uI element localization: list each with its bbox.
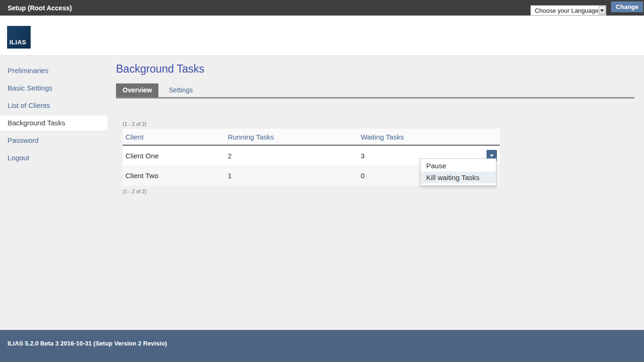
sidebar-item-logout[interactable]: Logout bbox=[0, 150, 107, 165]
topbar: Setup (Root Access) Choose your Language… bbox=[0, 0, 644, 16]
cell-client-name: Client Two bbox=[123, 165, 225, 186]
column-header-actions bbox=[481, 129, 500, 145]
ilias-logo-text: ILIAS bbox=[7, 39, 26, 49]
content-area: Preliminaries Basic Settings List of Cli… bbox=[0, 56, 644, 330]
cell-running-tasks: 2 bbox=[225, 145, 358, 165]
header: ILIAS bbox=[0, 16, 644, 56]
main-panel: Background Tasks Overview Settings (1 - … bbox=[116, 56, 635, 194]
change-language-button[interactable]: Change bbox=[611, 1, 643, 12]
row-actions-dropdown-menu: Pause Kill waiting Tasks bbox=[420, 158, 496, 186]
language-select[interactable]: Choose your Language bbox=[530, 5, 606, 16]
footer-version-text: ILIAS 5.2.0 Beta 3 2016-10-31 (Setup Ver… bbox=[0, 330, 644, 347]
chevron-down-icon bbox=[490, 155, 494, 157]
sidebar-item-list-of-clients[interactable]: List of Clients bbox=[0, 98, 107, 113]
topbar-controls: Choose your Language Change bbox=[530, 0, 644, 16]
cell-running-tasks: 1 bbox=[225, 165, 358, 186]
footer: ILIAS 5.2.0 Beta 3 2016-10-31 (Setup Ver… bbox=[0, 330, 644, 362]
window-title: Setup (Root Access) bbox=[0, 4, 72, 12]
tab-settings[interactable]: Settings bbox=[162, 83, 199, 97]
tab-bar: Overview Settings bbox=[116, 85, 635, 99]
column-header-running-tasks: Running Tasks bbox=[225, 129, 358, 145]
pagination-top: (1 - 2 of 2) bbox=[123, 121, 500, 127]
page-title: Background Tasks bbox=[116, 63, 635, 75]
language-select-value: Choose your Language bbox=[531, 7, 598, 14]
sidebar-item-basic-settings[interactable]: Basic Settings bbox=[0, 81, 107, 96]
background-tasks-table-zone: (1 - 2 of 2) Client Running Tasks Waitin… bbox=[123, 121, 500, 194]
ilias-logo: ILIAS bbox=[7, 26, 31, 49]
column-header-waiting-tasks: Waiting Tasks bbox=[358, 129, 481, 145]
cell-client-name: Client One bbox=[123, 145, 225, 165]
table-header-row: Client Running Tasks Waiting Tasks bbox=[123, 129, 500, 145]
menu-item-pause[interactable]: Pause bbox=[421, 160, 496, 172]
sidebar-nav: Preliminaries Basic Settings List of Cli… bbox=[0, 63, 107, 168]
pagination-bottom: (1 - 2 of 2) bbox=[123, 189, 500, 194]
sidebar-item-background-tasks[interactable]: Background Tasks bbox=[0, 115, 107, 131]
select-arrow-icon[interactable] bbox=[599, 6, 606, 15]
column-header-client: Client bbox=[123, 129, 225, 145]
tab-overview[interactable]: Overview bbox=[116, 83, 158, 97]
sidebar-item-preliminaries[interactable]: Preliminaries bbox=[0, 63, 107, 78]
menu-item-kill-waiting-tasks[interactable]: Kill waiting Tasks bbox=[421, 172, 496, 183]
sidebar-item-password[interactable]: Password bbox=[0, 133, 107, 148]
